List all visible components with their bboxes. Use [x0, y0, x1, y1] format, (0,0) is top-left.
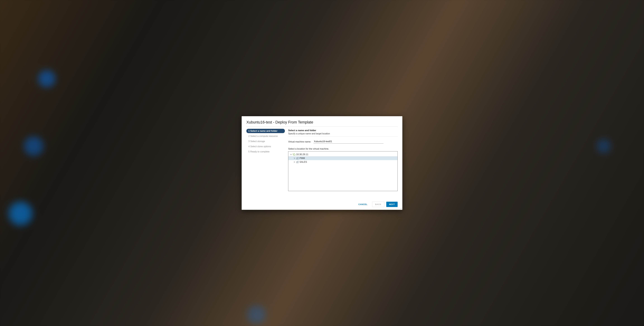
step-content: Select a name and folder Specify a uniqu…: [288, 129, 398, 198]
step-2-compute-resource[interactable]: 2 Select a compute resource: [246, 134, 285, 138]
modal-title: Xubuntu16-test - Deploy From Template: [246, 120, 398, 124]
location-label: Select a location for the virtual machin…: [288, 147, 398, 150]
next-button[interactable]: NEXT: [386, 202, 398, 207]
divider: [246, 126, 398, 127]
svg-rect-3: [298, 157, 298, 159]
datacenter-icon: [296, 157, 299, 159]
step-5-ready[interactable]: 5 Ready to complete: [246, 149, 285, 154]
deploy-from-template-modal: Xubuntu16-test - Deploy From Template 1 …: [242, 116, 402, 210]
chevron-right-icon[interactable]: [293, 157, 295, 159]
svg-rect-11: [298, 161, 298, 163]
section-subtitle: Specify a unique name and target locatio…: [288, 132, 398, 135]
vm-name-row: Virtual machine name:: [288, 140, 398, 144]
step-1-name-folder[interactable]: 1 Select a name and folder: [246, 129, 285, 133]
vm-name-label: Virtual machine name:: [288, 140, 311, 144]
tree-node-label: SALES: [300, 161, 307, 163]
wizard-steps: 1 Select a name and folder 2 Select a co…: [246, 129, 285, 198]
datacenter-icon: [296, 161, 299, 163]
section-title: Select a name and folder: [288, 129, 398, 132]
svg-line-18: [400, 208, 402, 209]
tree-node-datacenter-sales[interactable]: SALES: [288, 160, 398, 164]
location-tree[interactable]: 10.30.29.11: [288, 151, 398, 191]
step-4-clone-options[interactable]: 4 Select clone options: [246, 144, 285, 149]
cancel-button[interactable]: CANCEL: [356, 202, 370, 207]
chevron-down-icon[interactable]: [290, 153, 292, 155]
tree-node-datacenter-pmm[interactable]: PMM: [288, 156, 398, 160]
modal-body: 1 Select a name and folder 2 Select a co…: [246, 129, 398, 198]
step-3-storage[interactable]: 3 Select storage: [246, 139, 285, 143]
vm-name-input[interactable]: [314, 140, 384, 144]
tree-node-label: 10.30.29.11: [296, 153, 308, 156]
tree-node-host[interactable]: 10.30.29.11: [288, 153, 398, 156]
back-button: BACK: [372, 202, 384, 207]
host-icon: [293, 153, 295, 156]
resize-grip-icon[interactable]: [400, 207, 402, 210]
tree-node-label: PMM: [300, 157, 305, 160]
svg-rect-1: [294, 154, 295, 155]
chevron-right-icon[interactable]: [293, 161, 295, 163]
modal-footer: CANCEL BACK NEXT: [246, 198, 398, 208]
